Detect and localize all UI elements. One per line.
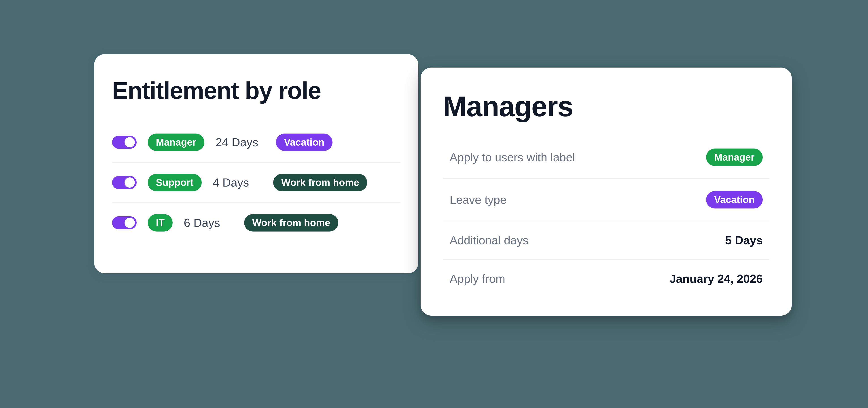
support-toggle[interactable] [112, 176, 136, 189]
support-type-badge: Work from home [273, 174, 367, 191]
support-days: 4 Days [213, 176, 262, 189]
leave-type-label: Leave type [450, 193, 506, 206]
manager-badge: Manager [148, 134, 205, 151]
leave-type-value: Vacation [706, 191, 763, 208]
it-toggle[interactable] [112, 216, 136, 229]
it-type-badge: Work from home [244, 214, 338, 232]
manager-days: 24 Days [216, 136, 265, 149]
apply-from-value: January 24, 2026 [670, 272, 763, 285]
manager-row: Manager 24 Days Vacation [112, 122, 400, 163]
additional-days-value: 5 Days [725, 234, 763, 247]
toggle-knob-2 [125, 177, 135, 188]
apply-from-row: Apply from January 24, 2026 [443, 260, 769, 298]
apply-to-row: Apply to users with label Manager [443, 136, 769, 179]
additional-days-row: Additional days 5 Days [443, 221, 769, 260]
scene: Entitlement by role Manager 24 Days Vaca… [76, 36, 792, 372]
entitlement-card: Entitlement by role Manager 24 Days Vaca… [94, 54, 418, 273]
toggle-knob-3 [125, 217, 135, 228]
support-badge: Support [148, 174, 202, 191]
right-card-title: Managers [443, 90, 769, 123]
support-row: Support 4 Days Work from home [112, 163, 400, 203]
additional-days-label: Additional days [450, 234, 529, 247]
it-badge: IT [148, 214, 173, 232]
leave-type-row: Leave type Vacation [443, 179, 769, 221]
left-card-title: Entitlement by role [112, 77, 400, 105]
it-row: IT 6 Days Work from home [112, 203, 400, 243]
managers-detail-card: Managers Apply to users with label Manag… [421, 67, 792, 316]
apply-to-label: Apply to users with label [450, 150, 575, 164]
manager-toggle[interactable] [112, 136, 136, 149]
apply-to-value: Manager [706, 148, 763, 166]
manager-type-badge: Vacation [276, 134, 333, 151]
it-days: 6 Days [184, 216, 233, 230]
apply-from-label: Apply from [450, 272, 505, 285]
toggle-knob [125, 137, 135, 147]
